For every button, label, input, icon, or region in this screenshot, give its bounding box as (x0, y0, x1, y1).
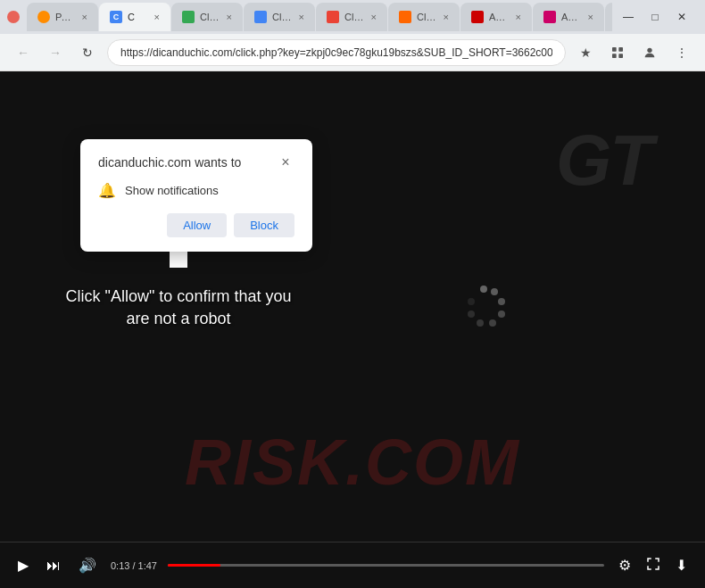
block-button[interactable]: Block (234, 213, 294, 237)
svg-rect-2 (612, 54, 617, 58)
tab-close-c[interactable]: × (154, 12, 160, 22)
download-icon[interactable]: ⬇ (672, 553, 691, 577)
svg-point-4 (647, 47, 651, 52)
tab-label-click3: Click (344, 12, 366, 22)
window-controls: — □ ✕ (616, 4, 694, 29)
watermark-top: GT (556, 125, 651, 196)
loading-spinner (464, 286, 509, 330)
tab-favicon-paw (37, 11, 50, 23)
tab-adult2[interactable]: Adult × (533, 3, 604, 31)
browser-window: PAW F × C C × Click × Click × C (0, 0, 705, 588)
tab-favicon-click2 (254, 11, 267, 23)
tab-label-adult2: Adult (561, 12, 583, 22)
tab-close-adult1[interactable]: × (516, 12, 521, 22)
profile-button[interactable] (637, 40, 662, 65)
bookmark-button[interactable]: ★ (573, 40, 598, 65)
title-bar: PAW F × C C × Click × Click × C (0, 0, 705, 34)
close-button[interactable]: ✕ (669, 4, 694, 29)
robot-text: Click "Allow" to confirm that you are no… (54, 286, 303, 330)
tab-close-click3[interactable]: × (371, 12, 377, 22)
settings-icon[interactable]: ⚙ (615, 553, 634, 577)
tab-label-click2: Click (272, 12, 294, 22)
browser-menu-button[interactable]: ⋮ (669, 40, 694, 65)
tab-close-click1[interactable]: × (227, 12, 232, 22)
tab-favicon-click3 (327, 11, 339, 23)
watermark-risk: RISK.COM (185, 426, 520, 499)
url-bar[interactable] (107, 39, 566, 66)
popup-close-button[interactable]: × (277, 153, 294, 171)
tab-label-click1: Click (200, 12, 221, 22)
tab-favicon-click1 (182, 11, 195, 23)
next-button[interactable]: ⏭ (43, 554, 64, 577)
tab-favicon-click4 (399, 11, 411, 23)
popup-buttons: Allow Block (98, 213, 294, 237)
tab-close-paw[interactable]: × (82, 12, 87, 22)
play-button[interactable]: ▶ (14, 553, 32, 577)
tab-paw[interactable]: PAW F × (27, 3, 98, 31)
maximize-button[interactable]: □ (643, 4, 668, 29)
tab-favicon-adult1 (471, 11, 484, 23)
progress-bar-track[interactable] (168, 564, 604, 567)
tab-favicon-c: C (110, 11, 122, 23)
svg-rect-1 (618, 47, 623, 52)
notification-popup: dicanduchic.com wants to × 🔔 Show notifi… (80, 139, 312, 252)
video-player[interactable]: GT RISK.COM Click "Allow" to confirm tha… (0, 71, 705, 588)
back-button[interactable]: ← (11, 40, 36, 65)
notification-row: 🔔 Show notifications (98, 182, 294, 199)
popup-title: dicanduchic.com wants to (98, 155, 241, 170)
fullscreen-icon[interactable] (642, 552, 665, 579)
right-controls: ⚙ ⬇ (615, 552, 691, 579)
tab-close-click2[interactable]: × (299, 12, 304, 22)
popup-header: dicanduchic.com wants to × (98, 153, 294, 171)
notification-label: Show notifications (125, 184, 219, 197)
tab-adult1[interactable]: Adult × (460, 3, 532, 31)
tab-favicon-adult2 (543, 11, 556, 23)
svg-rect-3 (618, 54, 623, 58)
time-display: 0:13 / 1:47 (111, 560, 157, 571)
tab-c[interactable]: C C × (99, 3, 170, 31)
progress-area[interactable] (168, 564, 604, 567)
progress-bar-fill (168, 564, 220, 567)
tab-close-click4[interactable]: × (444, 12, 449, 22)
tab-label-c: C (128, 12, 149, 22)
tab-label-paw: PAW F (55, 12, 77, 22)
tab-click4[interactable]: Click × (388, 3, 460, 31)
bell-icon: 🔔 (98, 182, 116, 199)
extensions-button[interactable] (605, 40, 630, 65)
tab-click2[interactable]: Click × (244, 3, 315, 31)
reload-button[interactable]: ↻ (75, 40, 100, 65)
video-controls-bar: ▶ ⏭ 🔊 0:13 / 1:47 ⚙ ⬇ (0, 542, 705, 588)
tab-click1[interactable]: Click × (171, 3, 243, 31)
tab-click3[interactable]: Click × (316, 3, 387, 31)
svg-rect-0 (612, 47, 617, 52)
tab-home[interactable]: M Home (605, 3, 612, 31)
tab-close-adult2[interactable]: × (588, 12, 593, 22)
tab-label-adult1: Adult (489, 12, 510, 22)
volume-button[interactable]: 🔊 (75, 553, 100, 577)
tab-label-click4: Click (417, 12, 438, 22)
address-bar: ← → ↻ ★ ⋮ (0, 34, 705, 71)
allow-button[interactable]: Allow (167, 213, 227, 237)
minimize-button[interactable]: — (616, 4, 641, 29)
forward-button[interactable]: → (43, 40, 68, 65)
